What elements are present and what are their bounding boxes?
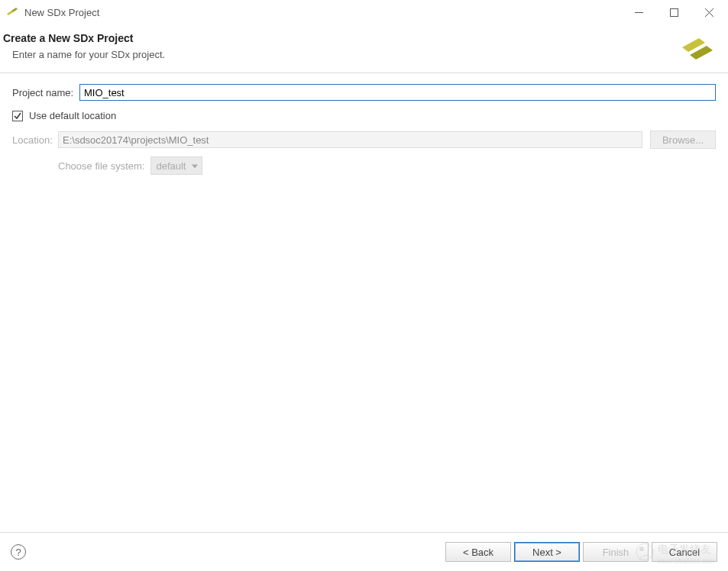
window-title: New SDx Project (24, 7, 99, 18)
location-input (58, 131, 642, 148)
project-name-input[interactable] (79, 84, 716, 101)
cancel-button[interactable]: Cancel (652, 542, 717, 562)
file-system-select-wrap: default (150, 156, 202, 175)
wizard-content: Project name: Use default location Locat… (0, 73, 728, 185)
banner-logo-icon (676, 31, 719, 66)
file-system-row: Choose file system: default (58, 156, 716, 175)
banner-title: Create a New SDx Project (3, 32, 716, 44)
close-button[interactable] (691, 0, 726, 24)
help-icon: ? (15, 547, 21, 558)
next-button[interactable]: Next > (514, 542, 580, 562)
project-name-label: Project name: (12, 87, 79, 98)
use-default-location-checkbox[interactable] (12, 111, 23, 121)
back-button[interactable]: < Back (445, 542, 511, 562)
maximize-button[interactable] (656, 0, 691, 24)
choose-file-system-label: Choose file system: (58, 160, 144, 172)
browse-button: Browse... (650, 131, 716, 149)
svg-rect-3 (670, 8, 678, 16)
project-name-row: Project name: (12, 84, 716, 101)
location-row: Location: Browse... (12, 131, 716, 149)
location-label: Location: (12, 134, 58, 146)
minimize-button[interactable] (621, 0, 656, 24)
file-system-select: default (150, 156, 202, 175)
use-default-location-row: Use default location (12, 110, 716, 121)
svg-marker-1 (11, 8, 18, 12)
wizard-banner: Create a New SDx Project Enter a name fo… (0, 24, 728, 73)
titlebar: New SDx Project (0, 0, 728, 24)
help-button[interactable]: ? (11, 544, 26, 560)
wizard-footer: ? < Back Next > Finish Cancel (0, 533, 728, 571)
finish-button: Finish (583, 542, 649, 562)
app-icon (6, 6, 18, 18)
svg-marker-0 (7, 11, 13, 15)
banner-subtitle: Enter a name for your SDx project. (12, 49, 716, 60)
use-default-location-label: Use default location (29, 110, 116, 121)
